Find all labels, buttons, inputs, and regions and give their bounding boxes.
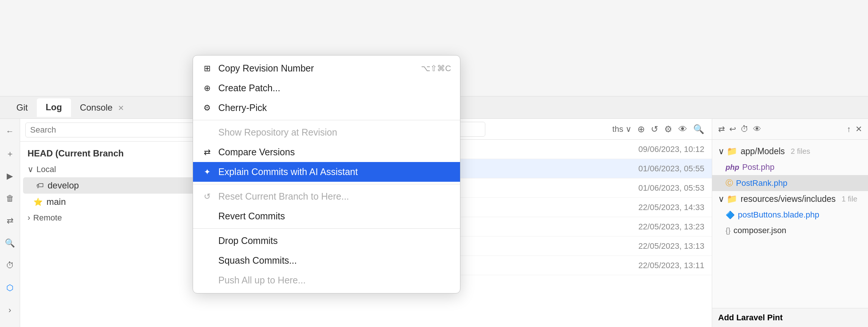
tab-git[interactable]: Git [7, 99, 37, 117]
folder-app-models[interactable]: ∨ 📁 app/Models 2 files [712, 143, 868, 159]
sidebar-icon-add[interactable]: ＋ [3, 147, 17, 161]
blade-icon: 🔷 [726, 210, 735, 219]
file-toolbar-sync[interactable]: ⇄ [718, 124, 725, 134]
menu-drop-commits[interactable]: Drop Commits [193, 231, 460, 251]
menu-divider-1 [193, 120, 460, 120]
sidebar-icon-git[interactable]: ⬡ [3, 281, 17, 295]
months-label: ths ∨ [613, 124, 631, 134]
expand-remote-icon[interactable]: › [28, 213, 30, 223]
toolbar-cherry-icon[interactable]: ⚙ [664, 124, 672, 134]
file-toolbar-history[interactable]: ⏱ [740, 124, 749, 134]
folder-icon: ∨ 📁 [718, 146, 737, 156]
file-post-php[interactable]: php Post.php [712, 159, 868, 175]
log-date: 22/05/2023, 13:23 [615, 222, 704, 232]
log-date: 22/05/2023, 13:11 [615, 261, 704, 270]
menu-push-all: Push All up to Here... [193, 270, 460, 290]
file-toolbar-expand[interactable]: ↑ [847, 124, 851, 134]
log-date: 09/06/2023, 10:12 [615, 145, 704, 154]
develop-tag-icon: 🏷 [36, 181, 44, 190]
toolbar-new-branch-icon[interactable]: ⊕ [637, 124, 645, 134]
menu-reset-branch: ↺ Reset Current Branch to Here... [193, 187, 460, 206]
toolbar-eye-icon[interactable]: 👁 [678, 124, 687, 134]
commit-label: Add Laravel Pint [712, 308, 868, 327]
tab-log[interactable]: Log [37, 98, 71, 117]
main-star-icon: ⭐ [33, 197, 43, 206]
expand-local-icon[interactable]: ∨ [28, 165, 33, 174]
menu-revert-commits[interactable]: Revert Commits [193, 206, 460, 226]
tab-console[interactable]: Console ✕ [71, 99, 134, 117]
copy-icon: ⊞ [202, 64, 212, 73]
log-date: 22/05/2023, 14:33 [615, 203, 704, 212]
file-postbuttons-blade[interactable]: 🔷 postButtons.blade.php [712, 207, 868, 223]
menu-squash-commits[interactable]: Squash Commits... [193, 251, 460, 270]
cherry-icon: ⚙ [202, 103, 212, 113]
sidebar-icon-sync[interactable]: ⇄ [3, 214, 17, 228]
json-icon: {} [726, 226, 730, 235]
tab-console-close[interactable]: ✕ [118, 104, 124, 112]
sidebar-icon-search[interactable]: 🔍 [3, 236, 17, 250]
file-count: 1 file [842, 195, 857, 203]
menu-explain-commits[interactable]: ✦ Explain Commits with AI Assistant [193, 162, 460, 182]
context-menu: ⊞ Copy Revision Number ⌥⇧⌘C ⊕ Create Pat… [193, 55, 460, 293]
menu-compare-versions[interactable]: ⇄ Compare Versions [193, 142, 460, 162]
file-tree: ∨ 📁 app/Models 2 files php Post.php Ⓒ Po… [712, 140, 868, 308]
php-icon: php [726, 163, 739, 172]
file-panel-toolbar: ⇄ ↩ ⏱ 👁 ↑ ✕ [712, 119, 868, 140]
menu-copy-revision[interactable]: ⊞ Copy Revision Number ⌥⇧⌘C [193, 58, 460, 78]
menu-divider-3 [193, 228, 460, 229]
folder-resources-views[interactable]: ∨ 📁 resources/views/includes 1 file [712, 191, 868, 207]
menu-create-patch[interactable]: ⊕ Create Patch... [193, 78, 460, 98]
menu-cherry-pick[interactable]: ⚙ Cherry-Pick [193, 98, 460, 118]
file-toolbar-eye[interactable]: 👁 [753, 124, 761, 134]
sidebar-icon-more[interactable]: › [3, 304, 17, 317]
circle-c-icon: Ⓒ [726, 178, 733, 188]
ai-icon: ✦ [202, 167, 212, 177]
log-date: 22/05/2023, 13:13 [615, 241, 704, 251]
reset-icon: ↺ [202, 192, 212, 201]
toolbar-refresh-icon[interactable]: ↺ [651, 124, 658, 134]
log-date: 01/06/2023, 05:55 [615, 164, 704, 174]
log-date: 01/06/2023, 05:53 [615, 183, 704, 193]
file-postrank-php[interactable]: Ⓒ PostRank.php [712, 175, 868, 191]
folder-icon: ∨ 📁 [718, 194, 737, 204]
file-count: 2 files [791, 147, 810, 156]
sidebar-icons: ← ＋ ▶ 🗑 ⇄ 🔍 ⏱ ⬡ › [0, 119, 20, 327]
menu-divider-2 [193, 184, 460, 184]
menu-show-repo: Show Repository at Revision [193, 123, 460, 142]
file-composer-json[interactable]: {} composer.json [712, 223, 868, 238]
compare-icon: ⇄ [202, 147, 212, 157]
sidebar-icon-history[interactable]: ⏱ [3, 259, 17, 272]
patch-icon: ⊕ [202, 83, 212, 93]
file-toolbar-undo[interactable]: ↩ [729, 124, 736, 134]
sidebar-icon-play[interactable]: ▶ [3, 169, 17, 183]
sidebar-icon-back[interactable]: ← [3, 125, 17, 138]
toolbar-search-icon[interactable]: 🔍 [693, 124, 704, 134]
sidebar-icon-trash[interactable]: 🗑 [3, 192, 17, 205]
file-toolbar-close[interactable]: ✕ [855, 124, 862, 134]
file-panel: ⇄ ↩ ⏱ 👁 ↑ ✕ ∨ 📁 app/Models 2 files php P… [712, 119, 868, 327]
